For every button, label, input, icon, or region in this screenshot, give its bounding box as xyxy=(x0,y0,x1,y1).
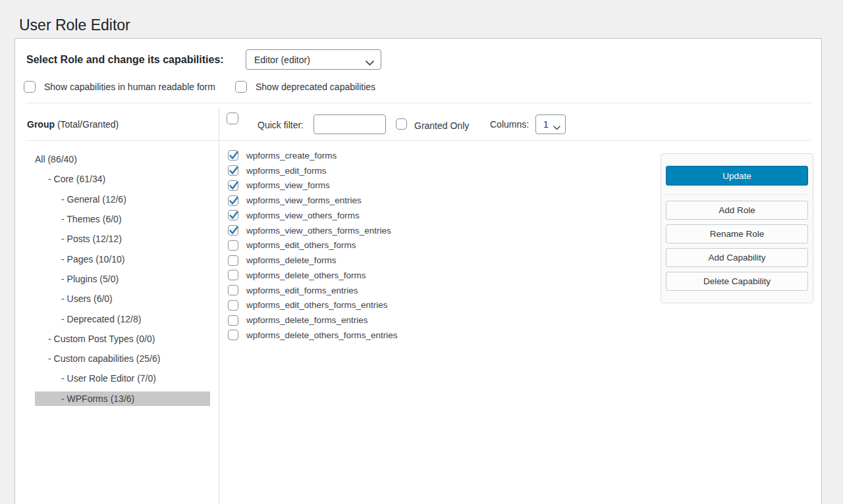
capability-checkbox[interactable] xyxy=(228,285,238,295)
group-header-bold: Group xyxy=(27,119,55,130)
page-title: User Role Editor xyxy=(19,16,130,35)
tree-item[interactable]: - WPForms (13/6) xyxy=(35,389,210,409)
action-button[interactable]: Rename Role xyxy=(666,224,808,243)
tree-item-label: - Core (61/34) xyxy=(48,174,105,184)
tree-item[interactable]: - Core (61/34) xyxy=(35,169,210,189)
actions-box: Update Add Role Rename Role Add Capabili… xyxy=(661,153,813,303)
tree-item-label: - Custom Post Types (0/0) xyxy=(48,334,155,344)
tree-item-label: - Plugins (5/0) xyxy=(61,274,119,284)
columns-select[interactable]: 1 xyxy=(535,114,566,134)
tree-item-label: - Posts (12/12) xyxy=(61,234,122,244)
show-human-readable-checkbox[interactable] xyxy=(24,81,36,93)
capability-row: wpforms_edit_others_forms_entries xyxy=(228,298,398,313)
role-select-value: Editor (editor) xyxy=(254,55,310,65)
divider xyxy=(666,194,808,195)
capability-checkbox[interactable] xyxy=(228,315,238,326)
tree-item[interactable]: - Users (6/0) xyxy=(35,289,210,309)
capability-row: wpforms_create_forms xyxy=(228,148,398,163)
capability-row: wpforms_delete_forms_entries xyxy=(228,313,398,328)
show-human-readable-option: Show capabilities in human readable form xyxy=(24,80,215,93)
tree-item-label: - User Role Editor (7/0) xyxy=(61,373,156,384)
chevron-down-icon xyxy=(366,57,374,68)
capability-label: wpforms_view_forms xyxy=(246,180,330,190)
capability-label: wpforms_edit_others_forms xyxy=(246,240,356,250)
tree-item-label: - Custom capabilities (25/6) xyxy=(48,353,160,364)
action-button[interactable]: Add Capability xyxy=(666,248,808,267)
capability-checkbox[interactable] xyxy=(228,270,238,280)
capability-row: wpforms_edit_others_forms xyxy=(228,238,398,253)
tree-item-label: - General (12/6) xyxy=(61,194,126,205)
quick-filter-input[interactable] xyxy=(313,114,386,134)
capability-label: wpforms_view_others_forms xyxy=(246,211,360,220)
tree-item[interactable]: - General (12/6) xyxy=(35,189,210,209)
select-role-label: Select Role and change its capabilities: xyxy=(26,50,224,70)
tree-item-label: - Pages (10/10) xyxy=(61,254,125,265)
select-all-checkbox[interactable] xyxy=(227,113,238,124)
capability-row: wpforms_view_others_forms_entries xyxy=(228,223,398,238)
role-select[interactable]: Editor (editor) xyxy=(246,49,381,70)
tree-item[interactable]: - Pages (10/10) xyxy=(35,249,210,268)
group-header: Group (Total/Granted) xyxy=(27,119,119,130)
tree-item-label: - WPForms (13/6) xyxy=(61,393,134,404)
capability-label: wpforms_view_others_forms_entries xyxy=(246,226,391,236)
divider xyxy=(26,103,811,103)
capability-checkbox[interactable] xyxy=(228,165,238,176)
tree-item[interactable]: - Plugins (5/0) xyxy=(35,269,210,289)
user-role-editor-panel: Select Role and change its capabilities:… xyxy=(14,38,822,504)
capability-label: wpforms_view_forms_entries xyxy=(246,195,362,205)
capability-row: wpforms_view_forms xyxy=(228,178,398,193)
capability-checkbox[interactable] xyxy=(228,180,238,191)
tree-item-label: - Users (6/0) xyxy=(61,293,113,304)
capability-checkbox[interactable] xyxy=(228,300,238,311)
capability-label: wpforms_delete_forms_entries xyxy=(246,315,368,325)
granted-only-label: Granted Only xyxy=(414,120,469,131)
capability-checkbox[interactable] xyxy=(228,195,238,206)
capability-checkbox[interactable] xyxy=(228,240,238,251)
capability-checkbox[interactable] xyxy=(228,150,238,161)
tree-item[interactable]: - Deprecated (12/8) xyxy=(35,309,210,328)
columns-label: Columns: xyxy=(490,119,529,130)
capability-checkbox[interactable] xyxy=(228,330,238,340)
capability-label: wpforms_delete_others_forms xyxy=(246,270,366,280)
group-header-rest: (Total/Granted) xyxy=(55,119,119,130)
show-deprecated-label: Show deprecated capabilities xyxy=(256,82,375,92)
divider xyxy=(26,140,811,141)
capability-row: wpforms_delete_others_forms xyxy=(228,268,398,283)
tree-item-label: - Themes (6/0) xyxy=(61,214,122,224)
capability-row: wpforms_view_others_forms xyxy=(228,208,398,223)
capability-row: wpforms_delete_forms xyxy=(228,253,398,268)
tree-item[interactable]: - Posts (12/12) xyxy=(35,229,210,249)
tree-item[interactable]: - Custom Post Types (0/0) xyxy=(35,329,210,349)
secondary-buttons: Add Role Rename Role Add Capability Dele… xyxy=(666,201,808,291)
tree-item[interactable]: - Themes (6/0) xyxy=(35,209,210,229)
capability-row: wpforms_delete_others_forms_entries xyxy=(228,328,398,343)
capability-row: wpforms_edit_forms xyxy=(228,163,398,178)
quick-filter-label: Quick filter: xyxy=(258,120,304,130)
column-divider xyxy=(219,107,219,504)
capability-label: wpforms_delete_forms xyxy=(246,255,337,265)
update-button[interactable]: Update xyxy=(666,166,808,186)
tree-item-label: All (86/40) xyxy=(35,154,77,164)
capability-label: wpforms_edit_others_forms_entries xyxy=(246,300,388,310)
tree-item[interactable]: - User Role Editor (7/0) xyxy=(35,368,210,388)
action-button[interactable]: Add Role xyxy=(666,201,808,220)
capability-checkbox[interactable] xyxy=(228,225,238,236)
capability-label: wpforms_edit_forms xyxy=(246,166,327,176)
capability-checkbox[interactable] xyxy=(228,255,238,266)
capability-row: wpforms_view_forms_entries xyxy=(228,193,398,208)
groups-tree: All (86/40) - Core (61/34) - General (12… xyxy=(35,149,210,409)
tree-item[interactable]: All (86/40) xyxy=(35,149,210,169)
columns-select-value: 1 xyxy=(543,119,549,130)
capabilities-list: wpforms_create_forms wpforms_edit_forms … xyxy=(228,148,398,343)
show-deprecated-checkbox[interactable] xyxy=(235,81,247,93)
capability-row: wpforms_edit_forms_entries xyxy=(228,283,398,298)
action-button[interactable]: Delete Capability xyxy=(666,272,808,291)
capability-checkbox[interactable] xyxy=(228,210,238,220)
show-human-readable-label: Show capabilities in human readable form xyxy=(44,82,215,92)
chevron-down-icon xyxy=(553,122,560,132)
tree-item-label: - Deprecated (12/8) xyxy=(61,314,141,324)
capability-label: wpforms_delete_others_forms_entries xyxy=(246,330,398,340)
granted-only-checkbox[interactable] xyxy=(396,118,407,130)
tree-item[interactable]: - Custom capabilities (25/6) xyxy=(35,349,210,368)
capability-label: wpforms_create_forms xyxy=(246,151,337,161)
